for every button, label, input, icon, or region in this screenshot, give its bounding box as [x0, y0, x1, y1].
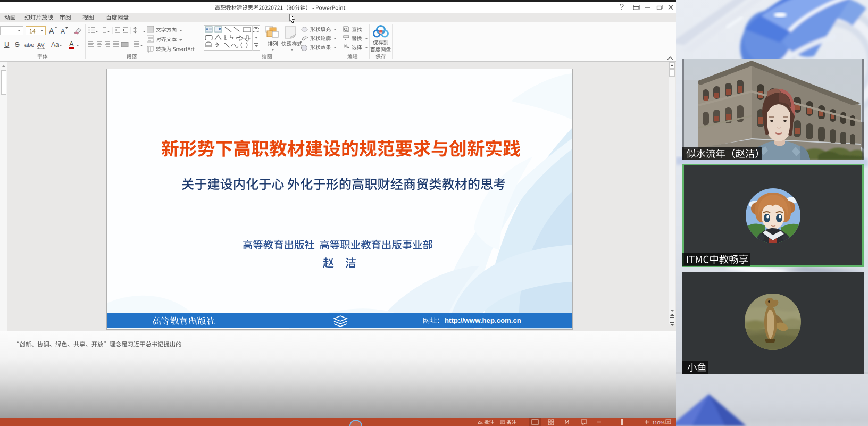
svg-text:U: U [4, 40, 9, 48]
svg-text:A: A [49, 27, 54, 35]
svg-text:AV: AV [37, 41, 45, 48]
svg-text:A: A [61, 28, 65, 35]
svg-text:abc: abc [24, 41, 34, 48]
svg-text:Aa: Aa [51, 41, 59, 48]
svg-text:A: A [69, 40, 74, 48]
svg-text:S: S [15, 40, 20, 48]
